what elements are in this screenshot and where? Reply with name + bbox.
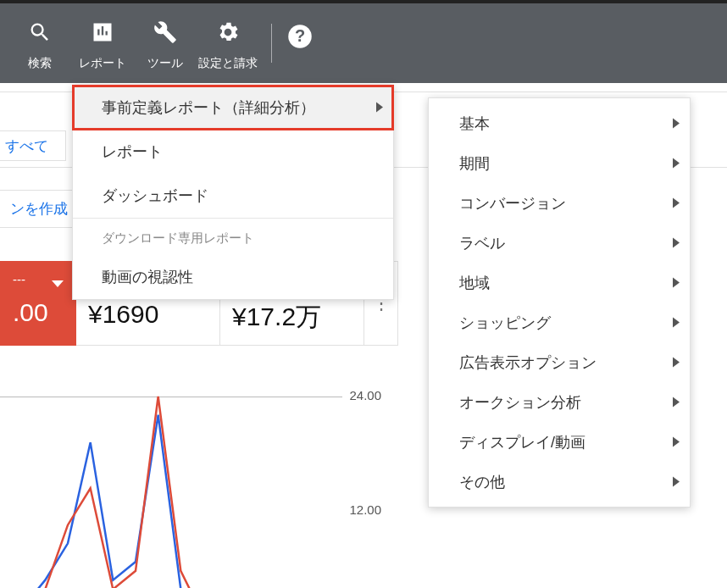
submenu-arrow-icon — [673, 313, 680, 331]
submenu-item-label: 地域 — [459, 273, 490, 293]
submenu-arrow-icon — [673, 194, 680, 212]
bar-chart-icon — [91, 17, 114, 47]
submenu-arrow-icon — [673, 114, 680, 132]
toolbar-tools[interactable]: ツール — [134, 14, 197, 71]
help-icon: ? — [287, 24, 313, 49]
reports-dropdown: 事前定義レポート（詳細分析） レポート ダッシュボード ダウンロード専用レポート… — [72, 85, 394, 300]
submenu-item-5[interactable]: ショッピング — [429, 302, 690, 342]
toolbar-search[interactable]: 検索 — [8, 14, 71, 71]
submenu-item-label: 広告表示オプション — [459, 352, 597, 373]
submenu-arrow-icon — [673, 473, 680, 491]
toolbar-tools-label: ツール — [147, 56, 183, 71]
menu-download-section-header: ダウンロード専用レポート — [73, 218, 393, 255]
gear-icon — [215, 17, 241, 47]
toolbar-reports[interactable]: レポート — [71, 14, 134, 71]
submenu-arrow-icon — [376, 99, 383, 117]
menu-predefined-reports[interactable]: 事前定義レポート（詳細分析） — [73, 86, 393, 130]
submenu-item-label: その他 — [459, 472, 505, 492]
submenu-arrow-icon — [673, 154, 680, 172]
submenu-arrow-icon — [673, 393, 680, 411]
menu-video-visibility-label: 動画の視認性 — [102, 267, 193, 287]
predefined-reports-submenu: 基本期間コンバージョンラベル地域ショッピング広告表示オプションオークション分析デ… — [428, 97, 691, 508]
menu-reports-label: レポート — [102, 141, 163, 162]
toolbar-settings[interactable]: 設定と請求 — [197, 14, 259, 71]
create-campaign-link[interactable]: ンを作成 — [0, 190, 79, 228]
chart-ylabel-top: 24.00 — [349, 388, 381, 402]
toolbar-reports-label: レポート — [79, 56, 126, 71]
menu-dashboards-label: ダッシュボード — [102, 186, 208, 206]
submenu-item-9[interactable]: その他 — [429, 462, 690, 502]
scorecard-conversions-value: ¥1690 — [88, 300, 208, 329]
submenu-arrow-icon — [673, 234, 680, 252]
performance-chart: 24.00 12.00 — [0, 363, 390, 588]
submenu-item-7[interactable]: オークション分析 — [429, 382, 690, 422]
menu-dashboards[interactable]: ダッシュボード — [73, 174, 393, 218]
toolbar-settings-label: 設定と請求 — [198, 56, 258, 71]
submenu-item-label: ショッピング — [459, 313, 551, 333]
toolbar-help[interactable]: ? — [287, 24, 313, 53]
submenu-item-8[interactable]: ディスプレイ/動画 — [429, 422, 690, 462]
submenu-item-label: オークション分析 — [459, 392, 581, 413]
submenu-item-label: ディスプレイ/動画 — [459, 432, 585, 452]
menu-predefined-reports-label: 事前定義レポート（詳細分析） — [102, 97, 315, 118]
submenu-item-3[interactable]: ラベル — [429, 223, 690, 263]
submenu-item-label: コンバージョン — [459, 193, 566, 214]
submenu-arrow-icon — [673, 353, 680, 371]
submenu-item-4[interactable]: 地域 — [429, 263, 690, 302]
create-campaign-label: ンを作成 — [10, 201, 68, 217]
wrench-icon — [153, 17, 177, 47]
submenu-item-1[interactable]: 期間 — [429, 143, 690, 183]
scorecard-cost-value: ¥17.2万 — [232, 300, 352, 335]
chart-series-blue — [0, 415, 316, 588]
chart-ylabel-mid: 12.00 — [349, 502, 381, 517]
menu-reports[interactable]: レポート — [73, 130, 393, 174]
submenu-arrow-icon — [673, 274, 680, 291]
submenu-item-0[interactable]: 基本 — [429, 103, 690, 143]
submenu-arrow-icon — [673, 433, 680, 451]
svg-text:?: ? — [295, 26, 305, 45]
chart-svg — [0, 363, 339, 588]
submenu-item-label: 期間 — [459, 153, 490, 174]
caret-down-icon — [52, 275, 64, 291]
tab-all-label: すべて — [5, 136, 48, 156]
submenu-item-label: 基本 — [459, 114, 490, 134]
submenu-item-label: ラベル — [459, 233, 505, 253]
chart-series-red — [0, 397, 316, 588]
toolbar-separator — [271, 24, 272, 63]
tab-all[interactable]: すべて — [0, 130, 66, 161]
scorecard-selected-value: .00 — [13, 298, 64, 327]
submenu-item-6[interactable]: 広告表示オプション — [429, 342, 690, 382]
submenu-item-2[interactable]: コンバージョン — [429, 183, 690, 223]
toolbar-search-label: 検索 — [28, 56, 52, 71]
scorecard-selected[interactable]: --- .00 — [0, 261, 76, 346]
top-toolbar: 検索 レポート ツール 設定と請求 ? — [0, 0, 727, 83]
menu-video-visibility[interactable]: 動画の視認性 — [73, 255, 393, 299]
search-icon — [28, 17, 52, 47]
